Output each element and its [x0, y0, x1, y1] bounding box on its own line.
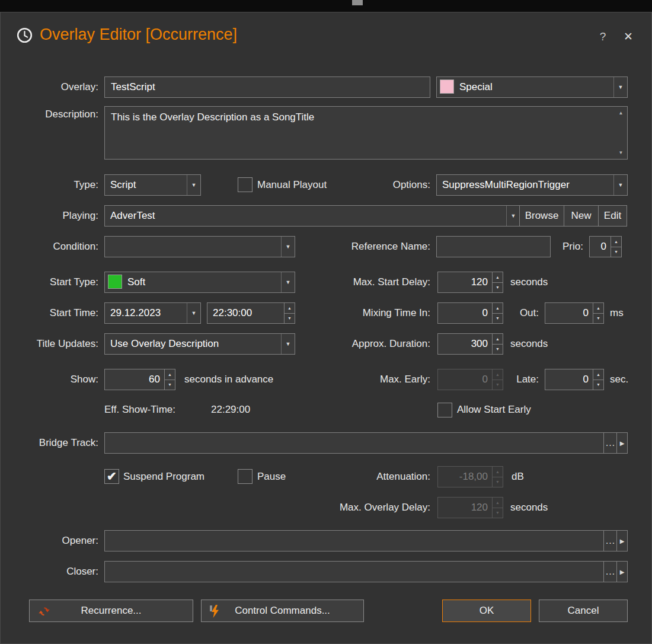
- suspend-program-checkbox[interactable]: ✔: [104, 469, 119, 484]
- mixing-time-in-spinner[interactable]: 0 ▲ ▼: [437, 302, 503, 324]
- bridge-track-input[interactable]: [104, 432, 604, 454]
- spin-down-icon[interactable]: ▼: [493, 314, 503, 324]
- chevron-down-icon[interactable]: ▼: [613, 77, 627, 97]
- bridge-track-play-button[interactable]: ▶: [616, 432, 628, 454]
- options-value: SuppressMultiRegionTrigger: [437, 175, 613, 195]
- spin-down-icon[interactable]: ▼: [165, 380, 175, 390]
- overlay-input[interactable]: [104, 76, 430, 98]
- start-time-spinner[interactable]: 22:30:00 ▲ ▼: [207, 302, 295, 324]
- spin-up-icon[interactable]: ▲: [493, 334, 503, 345]
- pause-checkbox[interactable]: [238, 469, 253, 484]
- spin-up-icon[interactable]: ▲: [493, 272, 503, 283]
- max-overlay-delay-spinner: 120 ▲ ▼: [437, 497, 503, 518]
- spin-up-icon[interactable]: ▲: [493, 303, 503, 314]
- late-spinner[interactable]: 0 ▲ ▼: [545, 369, 604, 390]
- spin-down-icon[interactable]: ▼: [493, 283, 503, 293]
- start-date-select[interactable]: 29.12.2023 ▼: [104, 302, 201, 324]
- spin-up-icon[interactable]: ▲: [593, 369, 603, 380]
- clock-icon: [17, 27, 33, 46]
- opener-label: Opener:: [1, 530, 98, 551]
- pause-label: Pause: [257, 466, 286, 487]
- opener-play-button[interactable]: ▶: [616, 530, 628, 551]
- closer-input[interactable]: [104, 561, 604, 582]
- type-select[interactable]: Script ▼: [104, 174, 201, 196]
- description-text: This is the Overlay Description as a Son…: [111, 110, 609, 124]
- spin-down-icon[interactable]: ▼: [611, 247, 621, 257]
- opener-input[interactable]: [104, 530, 604, 551]
- max-start-delay-spinner[interactable]: 120 ▲ ▼: [437, 272, 503, 293]
- category-color-swatch: [440, 79, 454, 94]
- attenuation-value: -18,00: [438, 467, 492, 487]
- spinner-buttons: ▲ ▼: [492, 498, 503, 518]
- spin-up-icon: ▲: [493, 467, 503, 477]
- type-value: Script: [105, 175, 187, 195]
- ellipsis-icon: …: [605, 437, 615, 449]
- approx-duration-value: 300: [438, 334, 492, 354]
- chevron-down-icon[interactable]: ▼: [613, 175, 627, 195]
- dialog-title: Overlay Editor [Occurrence]: [40, 25, 237, 44]
- spin-down-icon: ▼: [493, 508, 503, 518]
- show-spinner[interactable]: 60 ▲ ▼: [104, 369, 175, 390]
- play-icon: ▶: [620, 440, 625, 447]
- spin-down-icon[interactable]: ▼: [493, 345, 503, 355]
- chevron-down-icon[interactable]: ▼: [187, 303, 200, 323]
- prio-value: 0: [590, 237, 611, 257]
- edit-button[interactable]: Edit: [598, 205, 627, 227]
- approx-duration-spinner[interactable]: 300 ▲ ▼: [437, 333, 503, 355]
- mixing-time-out-spinner[interactable]: 0 ▲ ▼: [545, 302, 604, 324]
- spin-up-icon[interactable]: ▲: [165, 369, 175, 380]
- description-textarea[interactable]: This is the Overlay Description as a Son…: [104, 106, 628, 160]
- playing-value: AdverTest: [105, 206, 506, 226]
- allow-start-early-checkbox[interactable]: [437, 403, 452, 417]
- mixing-time-unit: ms: [610, 302, 624, 324]
- title-updates-select[interactable]: Use Overlay Description ▼: [104, 333, 295, 355]
- max-start-delay-value: 120: [438, 272, 492, 292]
- condition-label: Condition:: [1, 236, 98, 257]
- scroll-down-icon[interactable]: ▼: [616, 148, 626, 158]
- chevron-down-icon[interactable]: ▼: [187, 175, 200, 195]
- new-button[interactable]: New: [564, 205, 599, 227]
- start-type-select[interactable]: Soft ▼: [104, 272, 295, 293]
- closer-play-button[interactable]: ▶: [616, 561, 628, 582]
- playing-select[interactable]: AdverTest ▼: [104, 205, 520, 227]
- play-icon: ▶: [620, 538, 625, 544]
- closer-browse-button[interactable]: …: [603, 561, 617, 582]
- prio-spinner[interactable]: 0 ▲ ▼: [589, 236, 622, 257]
- bridge-track-browse-button[interactable]: …: [603, 432, 617, 454]
- close-icon[interactable]: ✕: [618, 28, 638, 46]
- spin-down-icon[interactable]: ▼: [593, 380, 603, 390]
- bridge-track-label: Bridge Track:: [1, 432, 98, 454]
- playing-label: Playing:: [1, 205, 98, 227]
- scroll-up-icon[interactable]: ▲: [616, 108, 626, 118]
- play-icon: ▶: [620, 569, 625, 575]
- ellipsis-icon: …: [605, 535, 615, 547]
- late-value: 0: [545, 369, 593, 390]
- ellipsis-icon: …: [605, 566, 615, 578]
- show-label: Show:: [1, 369, 98, 390]
- spin-up-icon[interactable]: ▲: [593, 303, 603, 314]
- browse-button[interactable]: Browse: [519, 205, 564, 227]
- max-overlay-delay-unit: seconds: [510, 497, 548, 518]
- overlay-editor-dialog: Overlay Editor [Occurrence] ? ✕ Overlay:…: [0, 12, 652, 644]
- attenuation-label: Attenuation:: [285, 466, 430, 487]
- spin-up-icon[interactable]: ▲: [611, 237, 621, 247]
- cancel-button[interactable]: Cancel: [539, 600, 628, 622]
- checkmark-icon: ✔: [105, 470, 119, 483]
- condition-select[interactable]: ▼: [104, 236, 295, 257]
- options-select[interactable]: SuppressMultiRegionTrigger ▼: [436, 174, 628, 196]
- eff-show-time-label: Eff. Show-Time:: [104, 399, 175, 420]
- show-unit: seconds in advance: [184, 369, 273, 390]
- manual-playout-checkbox[interactable]: [238, 177, 253, 192]
- help-button[interactable]: ?: [593, 28, 612, 46]
- overlay-category-select[interactable]: Special ▼: [436, 76, 628, 98]
- condition-value: [105, 237, 281, 257]
- spinner-buttons: ▲ ▼: [492, 334, 503, 354]
- control-commands-button[interactable]: Control Commands...: [201, 600, 364, 622]
- recurrence-icon: [37, 605, 51, 621]
- chevron-down-icon[interactable]: ▼: [506, 206, 520, 226]
- ok-button[interactable]: OK: [442, 600, 531, 622]
- control-commands-icon: [209, 605, 219, 621]
- spin-down-icon[interactable]: ▼: [593, 314, 603, 324]
- recurrence-button[interactable]: Recurrence...: [29, 600, 193, 622]
- opener-browse-button[interactable]: …: [603, 530, 617, 551]
